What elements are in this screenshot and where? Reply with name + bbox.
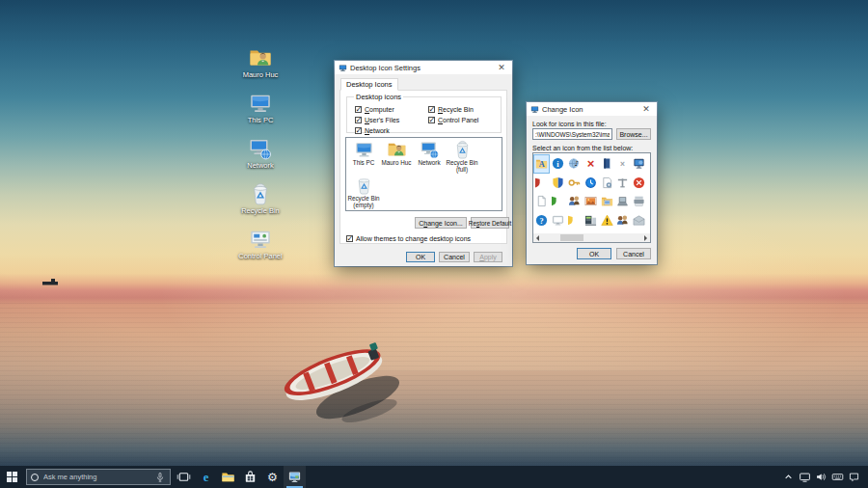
grid-icon-shield-uac[interactable] bbox=[550, 174, 566, 193]
grid-icon-folder-photo[interactable] bbox=[599, 192, 615, 211]
desktop-icon-this-pc[interactable]: This PC bbox=[230, 90, 291, 126]
this-pc-icon bbox=[354, 140, 374, 159]
change-icon-cancel-button[interactable]: Cancel bbox=[616, 248, 651, 259]
grid-icon-sliver-red[interactable] bbox=[533, 174, 550, 193]
scrollbar-thumb[interactable] bbox=[560, 234, 583, 241]
recycle-full-icon bbox=[452, 140, 473, 159]
desktop-icon-mauro-huc[interactable]: Mauro Huc bbox=[230, 44, 291, 81]
grid-icon-doc-gear[interactable] bbox=[599, 174, 615, 193]
cancel-button[interactable]: Cancel bbox=[439, 252, 470, 262]
network-icon bbox=[248, 135, 273, 160]
settings-titlebar[interactable]: Desktop Icon Settings ✕ bbox=[335, 61, 512, 74]
change-icon-titlebar[interactable]: Change Icon ✕ bbox=[527, 102, 657, 116]
checkbox-box bbox=[428, 106, 435, 113]
checkbox-computer[interactable]: Computer bbox=[355, 104, 428, 115]
desktop-icon-settings-dialog: Desktop Icon Settings ✕ Desktop Icons De… bbox=[335, 61, 512, 266]
grid-icon-monitor-globe[interactable] bbox=[631, 154, 647, 174]
scroll-left-icon[interactable] bbox=[533, 233, 542, 242]
checkbox-box bbox=[355, 106, 362, 113]
restore-default-button[interactable]: Restore Default bbox=[471, 217, 509, 229]
grid-icon-printer[interactable] bbox=[631, 192, 647, 211]
checkbox-control-panel[interactable]: Control Panel bbox=[428, 115, 478, 125]
cortana-icon bbox=[31, 474, 39, 481]
cortana-search-box[interactable]: Ask me anything bbox=[26, 469, 171, 485]
grid-icon-shield-help[interactable]: ? bbox=[583, 230, 599, 230]
grid-icon-folder-dark[interactable] bbox=[533, 230, 550, 230]
grid-icon-screen[interactable] bbox=[550, 211, 566, 230]
groupbox-label: Desktop icons bbox=[354, 93, 403, 101]
checkbox-recycle-bin[interactable]: Recycle Bin bbox=[428, 104, 478, 115]
tray-action-center-icon[interactable] bbox=[846, 471, 862, 483]
windows-desktop: { "desktop": { "icons": [ { "label": "Ma… bbox=[0, 0, 868, 488]
grid-icon-book[interactable] bbox=[599, 154, 615, 174]
grid-icon-folder-a[interactable]: A bbox=[533, 154, 550, 174]
icon-list-item-mauro-huc[interactable]: Mauro Huc bbox=[380, 140, 413, 176]
svg-text:♪: ♪ bbox=[574, 160, 579, 169]
grid-icon-page[interactable] bbox=[533, 192, 550, 211]
grid-icon-sliver-shield[interactable] bbox=[566, 211, 583, 230]
grid-icon-warning[interactable] bbox=[599, 211, 615, 230]
tray-display-icon[interactable] bbox=[797, 471, 813, 483]
taskbar-app-store[interactable] bbox=[239, 466, 261, 488]
taskbar-app-task-view[interactable] bbox=[173, 466, 195, 488]
allow-themes-checkbox[interactable]: Allow themes to change desktop icons bbox=[346, 233, 471, 244]
grid-icon-pc-panel[interactable] bbox=[583, 211, 599, 230]
grid-icon-folder-blue[interactable] bbox=[550, 230, 566, 230]
icon-list-item-network[interactable]: Network bbox=[413, 140, 446, 176]
grid-icon-users[interactable] bbox=[566, 192, 583, 211]
svg-text:?: ? bbox=[539, 217, 543, 226]
desktop-icon-network[interactable]: Network bbox=[230, 135, 291, 172]
icon-list-item-recycle-bin-full[interactable]: Recycle Bin(full) bbox=[446, 140, 478, 176]
taskbar: Ask me anything e⚙ bbox=[0, 466, 868, 488]
microphone-icon[interactable] bbox=[154, 471, 166, 484]
settings-close-icon[interactable]: ✕ bbox=[495, 61, 508, 74]
change-icon-ok-button[interactable]: OK bbox=[577, 248, 611, 259]
tab-desktop-icons[interactable]: Desktop Icons bbox=[340, 78, 398, 91]
grid-icon-red-x[interactable]: × bbox=[583, 154, 599, 174]
browse-button[interactable]: Browse... bbox=[616, 128, 651, 140]
grid-icon-key[interactable] bbox=[566, 174, 583, 193]
grid-icon-photo[interactable] bbox=[583, 192, 599, 211]
checkbox-label: Recycle Bin bbox=[438, 106, 474, 113]
taskbar-app-explorer[interactable] bbox=[217, 466, 239, 488]
ok-button[interactable]: OK bbox=[406, 252, 435, 262]
desktop-icon-label: Mauro Huc bbox=[243, 70, 279, 79]
grid-icon-red-circle-x[interactable] bbox=[631, 174, 647, 193]
grid-icon-help[interactable]: ? bbox=[533, 211, 550, 230]
change-icon-button[interactable]: Change Icon... bbox=[415, 217, 467, 229]
icon-list-item-this-pc[interactable]: This PC bbox=[347, 140, 380, 176]
desktop-icon-control-panel[interactable]: Control Panel bbox=[230, 226, 291, 262]
desktop-icon-recycle-bin[interactable]: Recycle Bin bbox=[230, 180, 291, 217]
grid-icon-clock[interactable] bbox=[583, 174, 599, 193]
grid-icon-users[interactable] bbox=[614, 211, 631, 230]
icon-list-item-recycle-bin-empty[interactable]: Recycle Bin(empty) bbox=[347, 176, 380, 211]
change-icon-dialog-title: Change Icon bbox=[542, 105, 639, 114]
tray-chevron-up-icon[interactable] bbox=[780, 471, 797, 483]
distant-ship bbox=[41, 277, 62, 286]
change-icon-close-icon[interactable]: ✕ bbox=[639, 102, 653, 116]
checkbox-user-s-files[interactable]: User's Files bbox=[355, 115, 428, 125]
scroll-right-icon[interactable] bbox=[641, 233, 650, 242]
checkbox-network[interactable]: Network bbox=[355, 125, 428, 136]
grid-icon-mail-blue[interactable] bbox=[566, 230, 583, 230]
horizontal-scrollbar[interactable] bbox=[533, 233, 650, 242]
icon-file-path-input[interactable] bbox=[532, 128, 612, 140]
icon-grid: Ai♪××?? bbox=[533, 154, 650, 230]
grid-icon-sliver-green[interactable] bbox=[550, 192, 566, 211]
grid-icon-laptop[interactable] bbox=[614, 192, 631, 211]
start-button[interactable] bbox=[0, 466, 24, 488]
grid-icon-tool-t[interactable] bbox=[614, 174, 631, 193]
network-icon bbox=[420, 140, 440, 159]
grid-icon-envelope[interactable] bbox=[631, 211, 647, 230]
grid-icon-info[interactable]: i bbox=[550, 154, 566, 174]
tray-keyboard-icon[interactable] bbox=[829, 471, 846, 483]
taskbar-app-edge[interactable]: e bbox=[195, 466, 217, 488]
grid-icon-globe-note[interactable]: ♪ bbox=[566, 154, 583, 174]
grid-icon-small-x[interactable]: × bbox=[614, 154, 631, 174]
apply-button[interactable]: Apply bbox=[474, 252, 502, 262]
tray-volume-icon[interactable] bbox=[813, 471, 829, 483]
taskbar-app-settings[interactable]: ⚙ bbox=[261, 466, 284, 488]
icon-list-item-label: Network bbox=[418, 160, 440, 167]
taskbar-app-desktop-settings[interactable] bbox=[284, 466, 306, 488]
checkbox-label: Computer bbox=[365, 106, 394, 113]
